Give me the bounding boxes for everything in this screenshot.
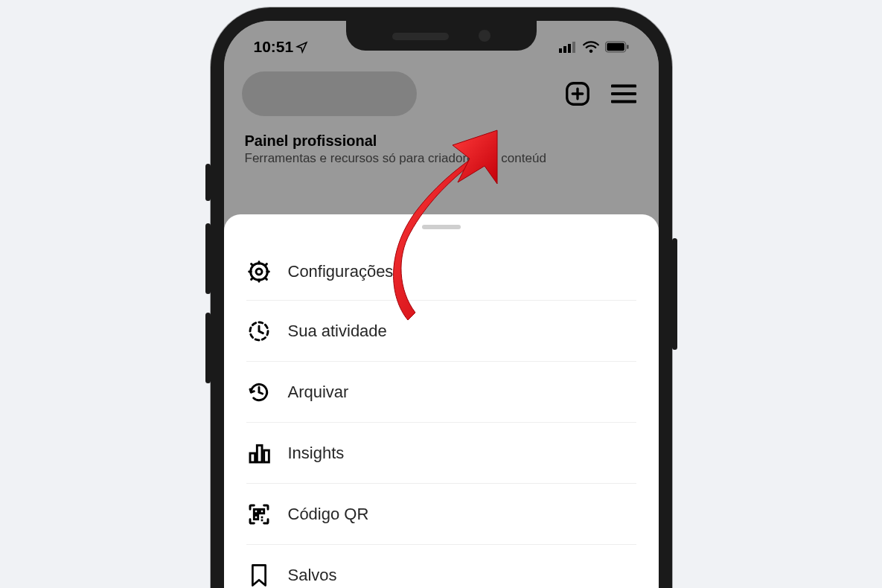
svg-rect-3 (572, 42, 575, 53)
archive-history-icon (246, 380, 272, 405)
bookmark-icon (246, 563, 272, 588)
menu-item-label: Salvos (288, 566, 337, 585)
menu-item-activity[interactable]: Sua atividade (246, 301, 636, 362)
menu-item-label: Arquivar (288, 383, 349, 402)
menu-item-qr-code[interactable]: Código QR (246, 484, 636, 545)
svg-rect-5 (607, 43, 624, 51)
profile-header (224, 65, 659, 122)
svg-rect-2 (568, 44, 571, 53)
svg-rect-22 (261, 516, 263, 518)
phone-volume-down (205, 313, 211, 383)
svg-rect-18 (263, 450, 269, 462)
battery-icon (605, 41, 629, 53)
svg-rect-21 (254, 515, 258, 519)
cellular-signal-icon (559, 41, 577, 53)
phone-power-button (672, 238, 677, 350)
status-indicators (559, 41, 635, 53)
svg-rect-6 (627, 45, 628, 49)
time-text: 10:51 (254, 38, 294, 56)
menu-item-archive[interactable]: Arquivar (246, 362, 636, 423)
bar-chart-icon (246, 441, 272, 466)
wifi-icon (583, 41, 599, 53)
svg-rect-23 (261, 519, 263, 521)
activity-clock-icon (246, 319, 272, 344)
hamburger-icon (611, 83, 636, 104)
phone-side-button (205, 164, 211, 201)
menu-item-label: Insights (288, 444, 345, 463)
location-arrow-icon (295, 41, 308, 54)
svg-rect-1 (563, 46, 566, 53)
status-time: 10:51 (254, 38, 309, 56)
menu-list: Configurações Sua atividade (224, 243, 659, 588)
hamburger-menu-button[interactable] (607, 77, 641, 111)
menu-item-settings[interactable]: Configurações (246, 243, 636, 301)
svg-rect-20 (260, 509, 263, 513)
svg-point-14 (256, 269, 262, 275)
phone-volume-up (205, 223, 211, 294)
plus-square-icon (564, 80, 591, 107)
svg-rect-17 (257, 445, 262, 462)
gear-icon (246, 259, 272, 284)
menu-item-saved[interactable]: Salvos (246, 545, 636, 588)
menu-item-insights[interactable]: Insights (246, 423, 636, 484)
dashboard-title: Painel profissional (245, 132, 638, 150)
sheet-grabber[interactable] (422, 225, 461, 229)
svg-rect-19 (254, 509, 258, 513)
settings-bottom-sheet: Configurações Sua atividade (224, 214, 659, 588)
phone-device-frame: 10:51 (211, 7, 672, 588)
username-redacted (242, 71, 417, 116)
menu-item-label: Sua atividade (288, 322, 387, 341)
menu-item-label: Configurações (288, 262, 394, 281)
menu-item-label: Código QR (288, 505, 369, 524)
create-post-button[interactable] (560, 77, 595, 111)
svg-rect-0 (559, 48, 562, 53)
phone-screen: 10:51 (224, 21, 659, 588)
dashboard-subtitle: Ferramentas e recursos só para criadores… (245, 151, 638, 166)
phone-notch (346, 21, 537, 51)
svg-rect-16 (250, 453, 255, 462)
qr-code-icon (246, 502, 272, 527)
